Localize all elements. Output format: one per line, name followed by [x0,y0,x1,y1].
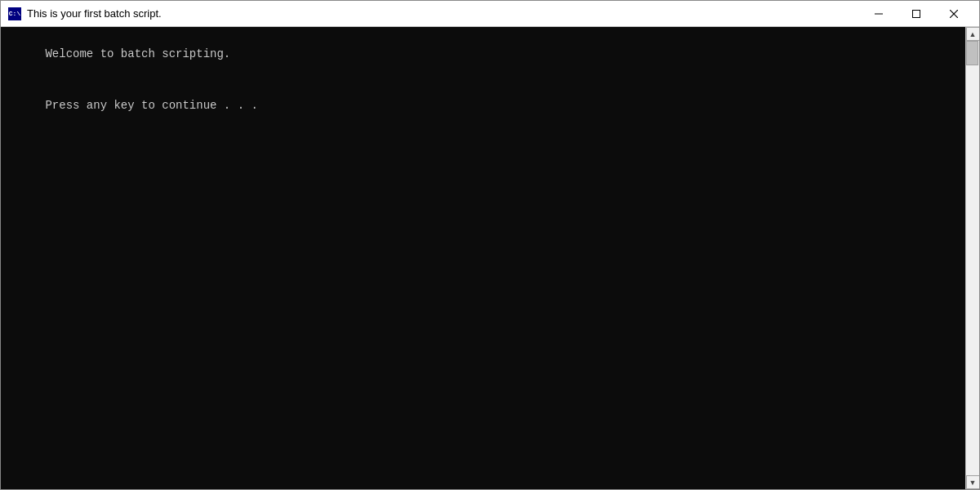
minimize-icon [875,10,883,18]
window-icon: C:\ [7,7,22,21]
svg-rect-0 [875,13,883,14]
close-icon [950,10,958,18]
maximize-icon [912,10,920,18]
cmd-window: C:\ This is your first batch script. [0,0,980,490]
title-bar: C:\ This is your first batch script. [1,1,979,27]
svg-rect-1 [913,10,920,17]
maximize-button[interactable] [898,1,935,27]
minimize-button[interactable] [860,1,898,27]
cmd-icon-text: C:\ [9,11,20,17]
scrollbar-track[interactable] [966,41,979,475]
terminal-output[interactable]: Welcome to batch scripting. Press any ke… [1,27,965,489]
scrollbar[interactable]: ▲ ▼ [965,27,979,489]
cmd-icon: C:\ [8,7,21,20]
window-title: This is your first batch script. [27,7,860,20]
scrollbar-up-arrow[interactable]: ▲ [966,27,980,41]
terminal-line2: Press any key to continue . . . [45,99,257,112]
scrollbar-down-arrow[interactable]: ▼ [966,475,980,489]
scrollbar-thumb[interactable] [966,41,978,65]
window-controls [860,1,973,27]
window-body: Welcome to batch scripting. Press any ke… [1,27,979,489]
close-button[interactable] [935,1,973,27]
terminal-line1: Welcome to batch scripting. [45,47,230,60]
